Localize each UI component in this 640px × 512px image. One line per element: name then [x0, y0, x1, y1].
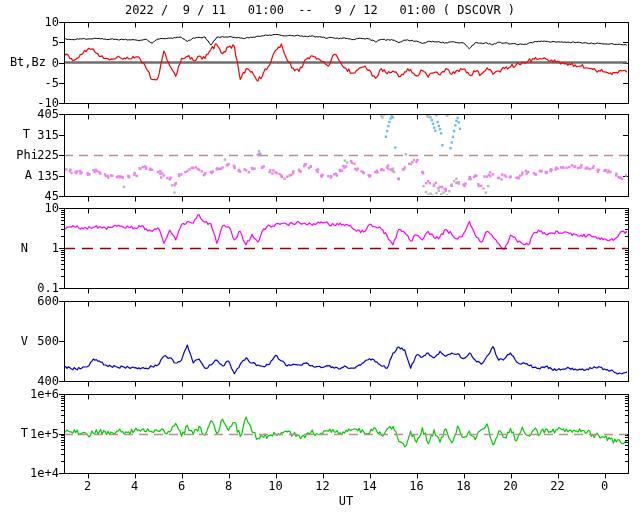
- y-tick-label: 400: [0, 374, 59, 388]
- y-tick-label: 600: [0, 294, 59, 308]
- chart-canvas: [0, 0, 640, 512]
- x-tick-label: 0: [590, 479, 620, 493]
- y-tick-label: 1e+4: [0, 466, 59, 480]
- chart-title: 2022 / 9 / 11 01:00 -- 9 / 12 01:00 ( DS…: [0, 3, 640, 17]
- y-tick-label: 1e+6: [0, 387, 59, 401]
- xaxis-label: UT: [64, 494, 628, 508]
- x-tick-label: 22: [543, 479, 573, 493]
- y-tick-label: 135: [0, 169, 59, 183]
- solar-wind-plot: 2022 / 9 / 11 01:00 -- 9 / 12 01:00 ( DS…: [0, 0, 640, 512]
- y-tick-label: 405: [0, 107, 59, 121]
- x-tick-label: 10: [261, 479, 291, 493]
- y-tick-label: 500: [0, 334, 59, 348]
- x-tick-label: 8: [214, 479, 244, 493]
- x-tick-label: 16: [402, 479, 432, 493]
- x-tick-label: 6: [167, 479, 197, 493]
- y-tick-label: 315: [0, 128, 59, 142]
- x-tick-label: 12: [308, 479, 338, 493]
- y-tick-label: 1e+5: [0, 427, 59, 441]
- x-tick-label: 4: [120, 479, 150, 493]
- x-tick-label: 20: [496, 479, 526, 493]
- y-tick-label: 1: [0, 241, 59, 255]
- y-tick-label: 10: [0, 201, 59, 215]
- y-tick-label: 5: [0, 35, 59, 49]
- y-tick-label: -5: [0, 76, 59, 90]
- y-tick-label: 10: [0, 15, 59, 29]
- y-tick-label: 0: [0, 56, 59, 70]
- x-tick-label: 18: [449, 479, 479, 493]
- x-tick-label: 14: [355, 479, 385, 493]
- x-tick-label: 2: [73, 479, 103, 493]
- y-tick-label: 0.1: [0, 281, 59, 295]
- y-tick-label: 225: [0, 148, 59, 162]
